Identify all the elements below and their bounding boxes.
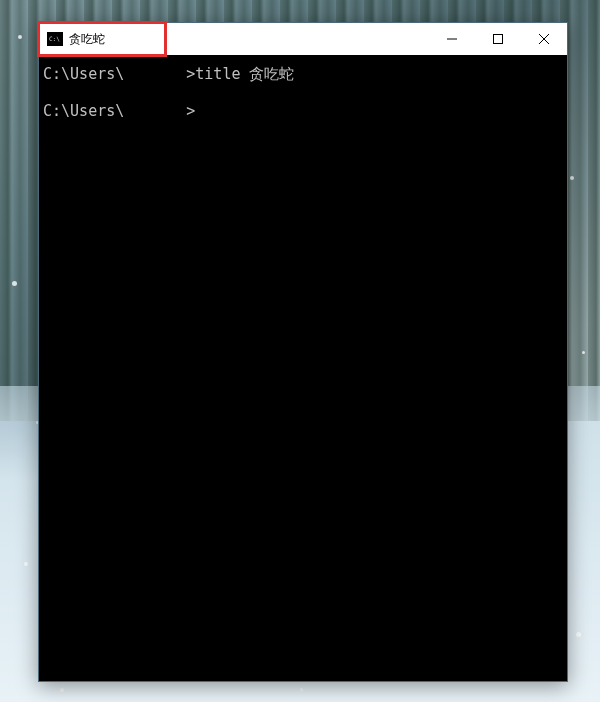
terminal-body[interactable]: C:\Users\>title 贪吃蛇 C:\Users\> bbox=[39, 55, 567, 681]
terminal-line: C:\Users\> bbox=[43, 100, 563, 123]
close-button[interactable] bbox=[521, 23, 567, 55]
cmd-icon-text: C:\ bbox=[49, 36, 60, 42]
console-window: C:\ 贪吃蛇 C:\Users\>title 贪吃蛇 C:\Users\> bbox=[38, 22, 568, 682]
terminal-line: C:\Users\>title 贪吃蛇 bbox=[43, 63, 563, 86]
redacted-username bbox=[124, 66, 186, 83]
minimize-icon bbox=[447, 34, 457, 44]
redacted-username bbox=[124, 102, 186, 119]
maximize-button[interactable] bbox=[475, 23, 521, 55]
command-text: >title 贪吃蛇 bbox=[186, 63, 294, 86]
cmd-icon: C:\ bbox=[47, 32, 63, 46]
close-icon bbox=[539, 34, 549, 44]
window-controls bbox=[429, 23, 567, 55]
window-titlebar[interactable]: C:\ 贪吃蛇 bbox=[39, 23, 567, 55]
prompt-suffix: > bbox=[186, 100, 195, 123]
minimize-button[interactable] bbox=[429, 23, 475, 55]
svg-rect-1 bbox=[494, 35, 503, 44]
window-title: 贪吃蛇 bbox=[69, 31, 105, 48]
prompt-prefix: C:\Users\ bbox=[43, 63, 124, 86]
maximize-icon bbox=[493, 34, 503, 44]
prompt-prefix: C:\Users\ bbox=[43, 100, 124, 123]
